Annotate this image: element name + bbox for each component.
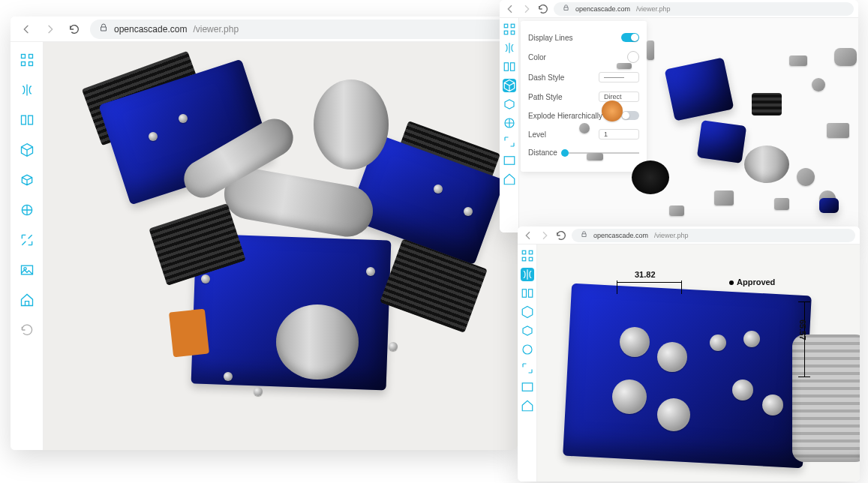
grid-icon[interactable] (503, 22, 516, 36)
left-toolbar (11, 42, 44, 450)
exploded-model (519, 18, 858, 232)
url-path: /viewer.php (636, 5, 671, 13)
section-icon[interactable] (503, 60, 516, 74)
svg-rect-20 (529, 257, 533, 261)
home-icon[interactable] (521, 399, 534, 412)
engine-model (44, 42, 518, 450)
svg-rect-13 (504, 63, 508, 71)
lock-icon (99, 23, 108, 34)
cube-icon[interactable] (521, 305, 534, 319)
layers-icon[interactable] (521, 343, 534, 356)
measure-window: opencascade.com/viewer.php (518, 226, 860, 482)
url-domain: opencascade.com (575, 5, 630, 13)
main-window: opencascade.com/viewer.php (11, 16, 518, 450)
url-path: /viewer.php (193, 24, 239, 34)
back-button[interactable] (504, 3, 516, 15)
dimension-1: 31.82 (635, 270, 656, 279)
app-body: Display Lines Color Dash Style ——— Path … (500, 18, 858, 232)
image-icon[interactable] (503, 154, 516, 167)
exploded-window: opencascade.com/viewer.php Display Lines (500, 0, 858, 232)
back-button[interactable] (18, 21, 35, 38)
url-domain: opencascade.com (114, 24, 187, 34)
forward-button[interactable] (539, 230, 551, 242)
box-icon[interactable] (521, 324, 534, 338)
svg-rect-14 (510, 63, 514, 71)
expand-icon[interactable] (521, 362, 534, 375)
home-icon[interactable] (17, 290, 38, 310)
image-icon[interactable] (521, 380, 534, 394)
measure-model: 31.82 Approved 65.57 (537, 244, 860, 482)
refresh-icon[interactable] (17, 320, 38, 340)
section-icon[interactable] (521, 286, 534, 300)
home-icon[interactable] (503, 172, 516, 186)
svg-rect-0 (21, 55, 25, 58)
svg-rect-22 (528, 290, 532, 298)
app-body: 31.82 Approved 65.57 (518, 244, 860, 482)
mirror-icon[interactable] (503, 41, 516, 55)
address-bar[interactable]: opencascade.com/viewer.php (554, 2, 854, 16)
url-path: /viewer.php (654, 232, 689, 239)
section-icon[interactable] (17, 110, 38, 130)
annotation-approved: Approved (729, 278, 775, 286)
left-toolbar (518, 244, 537, 482)
svg-rect-21 (522, 290, 526, 298)
forward-button[interactable] (521, 3, 533, 15)
layers-icon[interactable] (503, 116, 516, 130)
svg-rect-5 (28, 116, 32, 124)
reload-button[interactable] (66, 21, 83, 38)
reload-button[interactable] (555, 230, 567, 242)
address-bar[interactable]: opencascade.com/viewer.php (90, 20, 510, 39)
layers-icon[interactable] (17, 200, 38, 220)
svg-rect-17 (522, 250, 526, 254)
browser-toolbar: opencascade.com/viewer.php (518, 226, 860, 244)
svg-rect-2 (21, 62, 25, 66)
svg-point-23 (523, 345, 532, 354)
dimension-2: 65.57 (798, 320, 807, 340)
expand-icon[interactable] (17, 230, 38, 250)
url-domain: opencascade.com (593, 232, 648, 239)
cube-icon[interactable] (503, 79, 516, 92)
svg-rect-3 (29, 62, 32, 66)
grid-icon[interactable] (17, 50, 38, 70)
svg-rect-9 (504, 24, 508, 28)
browser-toolbar: opencascade.com/viewer.php (500, 0, 858, 18)
cube-icon[interactable] (17, 140, 38, 160)
mirror-icon[interactable] (17, 80, 38, 100)
forward-button[interactable] (42, 21, 59, 38)
box-icon[interactable] (17, 170, 38, 190)
svg-rect-16 (504, 157, 515, 165)
svg-rect-11 (504, 31, 508, 34)
grid-icon[interactable] (521, 249, 534, 262)
lock-icon (563, 4, 569, 13)
lock-icon (581, 231, 587, 239)
left-toolbar (500, 18, 519, 232)
reload-button[interactable] (537, 3, 549, 15)
browser-toolbar: opencascade.com/viewer.php (11, 16, 518, 42)
svg-rect-18 (529, 250, 533, 254)
back-button[interactable] (522, 230, 534, 242)
svg-rect-10 (511, 24, 515, 28)
svg-rect-12 (511, 31, 515, 34)
svg-rect-19 (522, 257, 526, 261)
viewport-3d-exploded[interactable]: Display Lines Color Dash Style ——— Path … (519, 18, 858, 232)
svg-rect-4 (21, 116, 26, 124)
mirror-icon[interactable] (521, 268, 534, 281)
svg-rect-1 (29, 55, 32, 58)
expand-icon[interactable] (503, 135, 516, 148)
address-bar[interactable]: opencascade.com/viewer.php (572, 229, 855, 242)
box-icon[interactable] (503, 98, 516, 111)
viewport-3d-measure[interactable]: 31.82 Approved 65.57 (537, 244, 860, 482)
viewport-3d[interactable] (44, 42, 518, 450)
image-icon[interactable] (17, 260, 38, 280)
app-body (11, 42, 518, 450)
svg-rect-24 (522, 383, 533, 392)
